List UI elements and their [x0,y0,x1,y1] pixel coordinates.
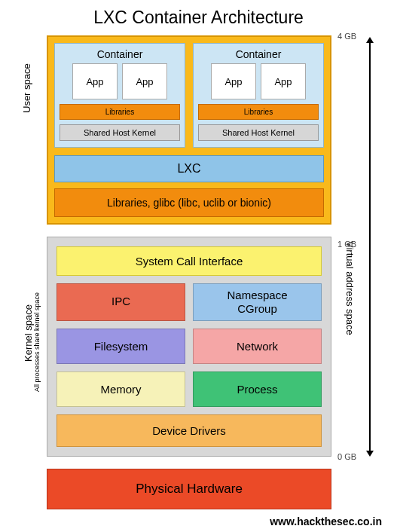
container-box: Container App App Libraries Shared Host … [193,43,324,148]
app-box: App [211,63,256,99]
libraries-box: Libraries [198,104,319,120]
footer-credit: www.hackthesec.co.in [270,515,382,527]
glibc-box: Libraries, glibc (libc, uclib or bionic) [54,188,324,217]
container-title: Container [60,48,180,60]
marker-4gb: 4 GB [337,32,356,41]
container-box: Container App App Libraries Shared Host … [54,43,185,148]
kernel-grid: IPC NamespaceCGroup Filesystem Network M… [56,283,322,407]
apps-row: App App [60,63,180,99]
memory-box: Memory [56,371,185,407]
physical-hardware-box: Physical Hardware [47,469,331,509]
lxc-box: LXC [54,155,324,182]
app-box: App [122,63,167,99]
device-drivers-box: Device Drivers [56,414,322,447]
kernel-space-box: System Call Interface IPC NamespaceCGrou… [47,237,331,457]
label-kernel-space: Kernel space [23,304,34,362]
diagram-title: LXC Container Architecture [0,8,397,28]
marker-1gb: 1 GB [337,240,356,249]
shared-kernel-box: Shared Host Kernel [198,124,319,141]
label-user-space: User space [21,63,32,113]
label-kernel-sub: All processes share kernel space [33,292,41,392]
marker-0gb: 0 GB [337,452,356,461]
network-box: Network [193,329,322,364]
address-space-arrow [369,41,371,452]
container-title: Container [198,48,319,60]
filesystem-box: Filesystem [56,329,185,364]
apps-row: App App [198,63,319,99]
process-box: Process [193,371,322,407]
diagram-body: Container App App Libraries Shared Host … [47,35,333,509]
ipc-box: IPC [56,283,185,321]
system-call-interface-box: System Call Interface [56,246,322,276]
app-box: App [72,63,118,99]
app-box: App [261,63,306,99]
shared-kernel-box: Shared Host Kernel [60,124,180,141]
libraries-box: Libraries [60,104,180,120]
user-space-box: Container App App Libraries Shared Host … [47,35,331,225]
containers-row: Container App App Libraries Shared Host … [54,43,324,148]
namespace-cgroup-box: NamespaceCGroup [193,283,322,321]
label-virtual-address-space: Virtual address space [344,241,356,335]
